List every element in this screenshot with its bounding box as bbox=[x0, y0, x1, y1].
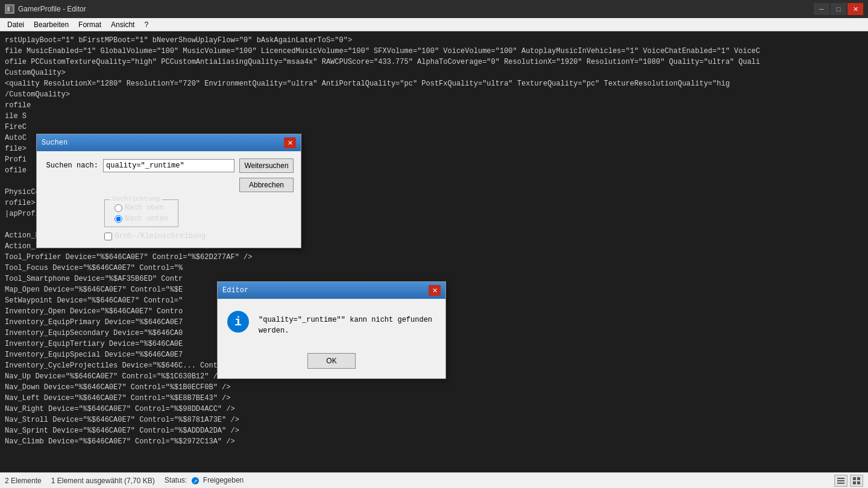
menu-bar: Datei Bearbeiten Format Ansicht ? bbox=[0, 18, 868, 31]
editor-dialog-footer: OK bbox=[218, 348, 445, 378]
radio-up-label[interactable]: Nach oben bbox=[115, 204, 168, 212]
ok-button[interactable]: OK bbox=[307, 353, 356, 369]
editor-line: FireC bbox=[5, 122, 863, 133]
cancel-button[interactable]: Abbrechen bbox=[239, 178, 294, 192]
editor-dialog-close[interactable]: ✕ bbox=[429, 285, 441, 296]
editor-line: Nav_Down Device="%$646CA0E7" Control="%$… bbox=[5, 382, 863, 393]
app-icon bbox=[5, 4, 14, 14]
radio-down-label[interactable]: Nach unten bbox=[115, 214, 168, 223]
radio-group: Nach oben Nach unten bbox=[115, 204, 168, 223]
case-sensitive-label[interactable]: Groß-/Kleinschreibung bbox=[104, 232, 294, 240]
editor-line: Tool_Focus Device="%$646CA0E7" Control="… bbox=[5, 263, 863, 274]
detail-view-icon bbox=[852, 477, 861, 485]
list-view-icon bbox=[837, 477, 845, 485]
radio-down-text: Nach unten bbox=[125, 214, 168, 223]
editor-dialog: Editor ✕ i "quality="_runtime"" kann nic… bbox=[217, 281, 446, 379]
menu-bearbeiten[interactable]: Bearbeiten bbox=[29, 19, 74, 30]
editor-dialog-titlebar[interactable]: Editor ✕ bbox=[218, 282, 445, 299]
svg-rect-1 bbox=[7, 7, 10, 11]
menu-datei[interactable]: Datei bbox=[2, 19, 29, 30]
selected-info: 1 Element ausgewählt (7,70 KB) bbox=[51, 477, 155, 485]
view-buttons bbox=[834, 475, 863, 487]
close-button[interactable]: ✕ bbox=[848, 3, 863, 15]
search-dialog-titlebar[interactable]: Suchen ✕ bbox=[37, 134, 301, 151]
menu-ansicht[interactable]: Ansicht bbox=[106, 19, 139, 30]
title-bar: GamerProfile - Editor ─ □ ✕ bbox=[0, 0, 868, 18]
svg-rect-9 bbox=[853, 481, 856, 484]
status-label: Status: ↗ Freigegeben bbox=[165, 476, 244, 485]
editor-line: <quality ResolutionX="1280" ResolutionY=… bbox=[5, 78, 863, 89]
case-sensitive-text: Groß-/Kleinschreibung bbox=[115, 232, 206, 240]
status-bar: 2 Elemente 1 Element ausgewählt (7,70 KB… bbox=[0, 472, 868, 488]
svg-rect-10 bbox=[857, 481, 860, 484]
editor-content[interactable]: rstUplayBoot="1" bFirstMPBoot="1" bNever… bbox=[0, 33, 868, 471]
direction-label: Suchrichtung bbox=[110, 195, 162, 202]
editor-line: Tool_Profiler Device="%$646CA0E7" Contro… bbox=[5, 252, 863, 263]
title-bar-left: GamerProfile - Editor bbox=[5, 4, 86, 14]
continue-search-button[interactable]: Weitersuchen bbox=[239, 158, 294, 173]
search-dialog: Suchen ✕ Suchen nach: Weitersuchen Abbre… bbox=[36, 134, 301, 248]
editor-line: Nav_Sprint Device="%$646CA0E7" Control="… bbox=[5, 425, 863, 436]
radio-down[interactable] bbox=[115, 215, 122, 223]
editor-line: rofile bbox=[5, 100, 863, 111]
editor-line: Nav_Stroll Device="%$646CA0E7" Control="… bbox=[5, 414, 863, 425]
detail-view-button[interactable] bbox=[850, 475, 863, 487]
search-dialog-close[interactable]: ✕ bbox=[284, 137, 296, 148]
svg-rect-5 bbox=[837, 480, 844, 481]
editor-line: file MusicEnabled="1" GlobalVolume="100"… bbox=[5, 46, 863, 57]
menu-help[interactable]: ? bbox=[139, 19, 153, 30]
editor-dialog-body: i "quality="_runtime"" kann nicht gefund… bbox=[218, 299, 445, 348]
radio-up-text: Nach oben bbox=[125, 204, 164, 212]
editor-line: Nav_Right Device="%$646CA0E7" Control="%… bbox=[5, 404, 863, 414]
search-label: Suchen nach: bbox=[44, 161, 98, 170]
editor-area[interactable]: rstUplayBoot="1" bFirstMPBoot="1" bNever… bbox=[0, 31, 868, 472]
checkbox-row: Groß-/Kleinschreibung bbox=[44, 232, 294, 240]
minimize-button[interactable]: ─ bbox=[814, 3, 829, 15]
search-dialog-lower: Suchrichtung Nach oben Nach unten bbox=[37, 199, 301, 248]
editor-line: Nav_Climb Device="%$646CA0E7" Control="%… bbox=[5, 436, 863, 447]
window-title: GamerProfile - Editor bbox=[18, 5, 86, 13]
search-dialog-title: Suchen bbox=[42, 139, 68, 147]
search-input[interactable] bbox=[103, 159, 234, 172]
search-row: Suchen nach: Weitersuchen bbox=[44, 158, 294, 173]
editor-line: /CustomQuality> bbox=[5, 89, 863, 100]
svg-text:↗: ↗ bbox=[193, 478, 198, 484]
case-sensitive-checkbox[interactable] bbox=[104, 233, 112, 240]
share-icon: ↗ bbox=[191, 477, 200, 485]
svg-rect-6 bbox=[837, 483, 844, 484]
radio-up[interactable] bbox=[115, 204, 122, 212]
search-dialog-body: Suchen nach: Weitersuchen Abbrechen bbox=[37, 151, 301, 199]
elements-count: 2 Elemente bbox=[5, 477, 42, 485]
cancel-row: Abbrechen bbox=[44, 178, 294, 192]
svg-rect-7 bbox=[853, 477, 856, 480]
window-controls: ─ □ ✕ bbox=[814, 3, 863, 15]
editor-dialog-message: "quality="_runtime"" kann nicht gefunden… bbox=[259, 311, 436, 336]
editor-line: rstUplayBoot="1" bFirstMPBoot="1" bNever… bbox=[5, 35, 863, 46]
editor-line: ile S bbox=[5, 111, 863, 122]
editor-dialog-title: Editor bbox=[222, 286, 248, 295]
list-view-button[interactable] bbox=[834, 475, 848, 487]
svg-rect-4 bbox=[837, 478, 844, 479]
editor-line: CustomQuality> bbox=[5, 67, 863, 78]
editor-line: ofile PCCustomTextureQuality="high" PCCu… bbox=[5, 57, 863, 67]
editor-line: Nav_Left Device="%$646CA0E7" Control="%$… bbox=[5, 393, 863, 404]
info-icon: i bbox=[227, 311, 249, 333]
svg-rect-8 bbox=[857, 477, 860, 480]
direction-group: Suchrichtung Nach oben Nach unten bbox=[104, 199, 178, 227]
maximize-button[interactable]: □ bbox=[831, 3, 846, 15]
menu-format[interactable]: Format bbox=[74, 19, 106, 30]
